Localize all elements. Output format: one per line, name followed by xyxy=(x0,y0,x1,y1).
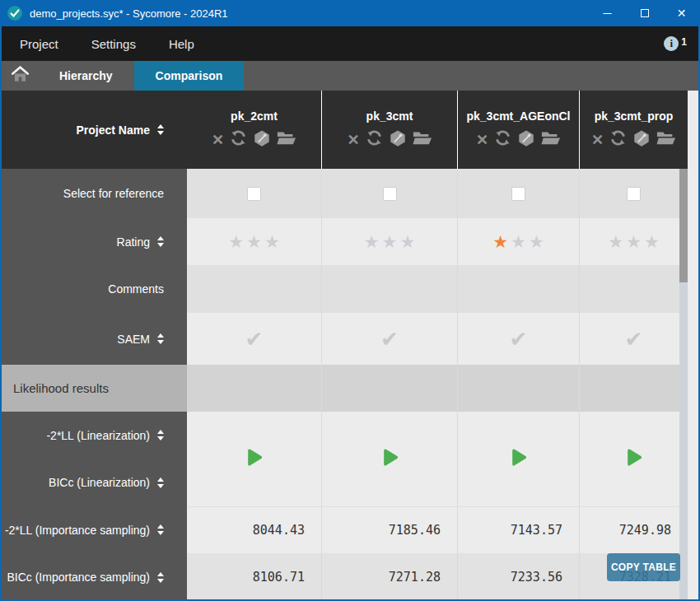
home-button[interactable] xyxy=(2,61,38,91)
reference-checkbox-cell[interactable] xyxy=(322,169,458,218)
checkbox[interactable] xyxy=(247,187,261,201)
sort-icon[interactable] xyxy=(157,124,164,135)
run-linearization-cell[interactable] xyxy=(187,412,322,506)
play-icon[interactable] xyxy=(243,446,265,472)
star-icon[interactable]: ★ xyxy=(228,233,244,250)
row-saem: SAEM ✔ ✔ ✔ ✔ xyxy=(2,313,688,365)
reload-project-icon[interactable] xyxy=(494,129,511,150)
remove-project-icon[interactable]: ✕ xyxy=(591,133,604,147)
sort-icon[interactable] xyxy=(157,430,164,440)
row-label-saem[interactable]: SAEM xyxy=(2,313,187,365)
sort-icon[interactable] xyxy=(157,524,164,535)
remove-project-icon[interactable]: ✕ xyxy=(476,133,488,147)
remove-project-icon[interactable]: ✕ xyxy=(212,133,224,147)
star-icon[interactable]: ★ xyxy=(399,233,415,250)
linearization-labels: -2*LL (Linearization) BICc (Linearizatio… xyxy=(2,412,187,506)
project-column-name: pk_3cmt xyxy=(366,109,413,123)
rating-cell[interactable]: ★★★ xyxy=(187,218,322,265)
saem-status-cell: ✔ xyxy=(580,313,688,365)
reload-project-icon[interactable] xyxy=(230,129,247,150)
vertical-scrollbar[interactable] xyxy=(679,169,688,599)
metric-value: 8106.71 xyxy=(253,570,305,585)
minimize-button[interactable]: ─ xyxy=(589,0,626,26)
row-label-text: -2*LL (Importance sampling) xyxy=(5,524,150,537)
menu-settings[interactable]: Settings xyxy=(75,26,152,61)
open-folder-icon[interactable] xyxy=(656,130,676,149)
copy-table-button[interactable]: COPY TABLE xyxy=(607,553,680,581)
row-label-2ll-linearization[interactable]: -2*LL (Linearization) xyxy=(2,412,187,459)
rating-cell[interactable]: ★★★ xyxy=(322,218,458,265)
menu-help[interactable]: Help xyxy=(152,26,211,61)
metric-value: 7271.28 xyxy=(389,570,441,585)
play-icon[interactable] xyxy=(623,446,645,472)
run-linearization-cell[interactable] xyxy=(580,412,688,506)
star-icon[interactable]: ★ xyxy=(382,233,398,250)
monolix-project-icon[interactable] xyxy=(253,129,271,151)
reload-project-icon[interactable] xyxy=(609,129,627,150)
sort-icon[interactable] xyxy=(157,236,164,247)
notification-count: 1 xyxy=(681,36,687,48)
sort-icon[interactable] xyxy=(157,572,164,583)
sort-icon[interactable] xyxy=(157,478,164,488)
reference-checkbox-cell[interactable] xyxy=(187,169,322,218)
star-icon[interactable]: ★ xyxy=(608,233,623,250)
comment-cell[interactable] xyxy=(187,265,322,313)
row-label-text: Comments xyxy=(108,282,164,296)
reference-checkbox-cell[interactable] xyxy=(580,169,688,218)
open-folder-icon[interactable] xyxy=(413,130,432,149)
remove-project-icon[interactable]: ✕ xyxy=(347,133,359,147)
info-icon[interactable]: i xyxy=(664,36,679,51)
maximize-button[interactable] xyxy=(626,0,663,26)
star-icon[interactable]: ★ xyxy=(644,233,660,250)
row-label-rating[interactable]: Rating xyxy=(2,218,187,265)
star-icon[interactable]: ★ xyxy=(264,233,280,250)
value-cell: 7185.46 xyxy=(322,506,458,553)
checkbox[interactable] xyxy=(383,187,397,201)
row-label-2ll-importance-sampling[interactable]: -2*LL (Importance sampling) xyxy=(2,506,187,553)
star-icon-filled[interactable]: ★ xyxy=(492,233,508,250)
section-cell xyxy=(187,365,322,412)
column-header-pk_3cmt_prop: pk_3cmt_prop ✕ xyxy=(580,91,688,169)
comment-cell[interactable] xyxy=(322,265,458,313)
tab-hierarchy[interactable]: Hierarchy xyxy=(38,61,134,91)
run-linearization-cell[interactable] xyxy=(458,412,580,506)
row-label-comments: Comments xyxy=(2,265,187,313)
play-icon[interactable] xyxy=(507,446,530,472)
open-folder-icon[interactable] xyxy=(541,130,561,149)
row-2ll-importance-sampling: -2*LL (Importance sampling) 8044.43 7185… xyxy=(2,506,688,553)
row-label-bicc-importance-sampling[interactable]: BICc (Importance sampling) xyxy=(2,553,187,599)
checkbox[interactable] xyxy=(511,187,525,201)
star-icon[interactable]: ★ xyxy=(626,233,642,250)
comment-cell[interactable] xyxy=(458,265,580,313)
row-label-text: BICc (Linearization) xyxy=(49,476,150,489)
play-icon[interactable] xyxy=(379,446,401,472)
run-linearization-cell[interactable] xyxy=(322,412,458,506)
star-icon[interactable]: ★ xyxy=(511,233,526,250)
rating-cell[interactable]: ★★★ xyxy=(458,218,580,265)
scrollbar-thumb[interactable] xyxy=(679,169,688,282)
sort-icon[interactable] xyxy=(157,333,164,344)
monolix-project-icon[interactable] xyxy=(517,129,535,151)
metric-value: 7249.98 xyxy=(619,523,671,538)
star-icon[interactable]: ★ xyxy=(246,233,262,250)
star-icon[interactable]: ★ xyxy=(529,233,544,250)
menu-bar: Project Settings Help i 1 xyxy=(2,26,698,61)
row-label-bicc-linearization[interactable]: BICc (Linearization) xyxy=(2,459,187,507)
open-folder-icon[interactable] xyxy=(277,130,296,149)
section-header: Likelihood results xyxy=(2,365,187,412)
close-button[interactable]: ✕ xyxy=(663,0,700,26)
metric-value: 7185.46 xyxy=(389,523,441,538)
window-title: demo_projects.syc* - Sycomore - 2024R1 xyxy=(30,7,228,20)
monolix-project-icon[interactable] xyxy=(632,129,651,151)
monolix-project-icon[interactable] xyxy=(389,129,407,151)
checkbox[interactable] xyxy=(627,187,641,201)
reference-checkbox-cell[interactable] xyxy=(458,169,580,218)
notification-area[interactable]: i 1 xyxy=(664,36,687,51)
star-icon[interactable]: ★ xyxy=(364,233,380,250)
comment-cell[interactable] xyxy=(580,265,688,313)
tab-comparison[interactable]: Comparison xyxy=(134,61,245,91)
reload-project-icon[interactable] xyxy=(366,129,383,150)
menu-project[interactable]: Project xyxy=(2,26,75,61)
rating-cell[interactable]: ★★★ xyxy=(580,218,688,265)
column-header-project-name[interactable]: Project Name xyxy=(2,91,187,169)
